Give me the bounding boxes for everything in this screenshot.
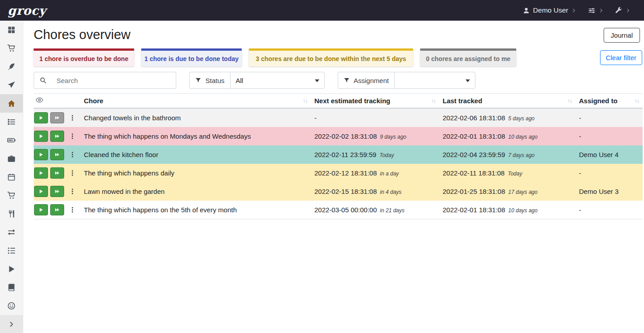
sidebar-item-purchase[interactable]: [0, 186, 23, 205]
row-menu-button[interactable]: [68, 187, 77, 196]
next-tracking-value: 2022-02-12 18:31:08: [314, 169, 377, 177]
chore-row[interactable]: Changed towels in the bathroom - 2022-02…: [34, 108, 643, 127]
last-tracked-relative: 10 days ago: [508, 134, 537, 140]
shopping-cart-icon: [7, 191, 16, 200]
column-header-assigned-label: Assigned to: [579, 97, 618, 105]
filter-card-due-today[interactable]: 1 chore is due to be done today: [141, 48, 242, 66]
battery-icon: [7, 136, 16, 145]
column-header-next-tracking[interactable]: Next estimated tracking↑↓: [311, 94, 439, 109]
play-icon: [39, 207, 44, 212]
sidebar-item-overview[interactable]: [0, 21, 23, 39]
caret-down-icon: [315, 79, 319, 82]
sidebar-item-transfer[interactable]: [0, 223, 23, 241]
chevron-right-icon: [626, 8, 631, 13]
sidebar-item-batteries[interactable]: [0, 131, 23, 149]
sliders-icon: [588, 7, 596, 14]
track-execution-button[interactable]: [34, 204, 48, 215]
sidebar-item-shopping-list[interactable]: [0, 39, 23, 57]
chore-name: Lawn mowed in the garden: [84, 188, 165, 195]
next-tracking-value: 2022-02-02 18:31:08: [314, 132, 377, 140]
sidebar-item-chores[interactable]: [0, 94, 23, 113]
status-select[interactable]: All: [230, 72, 325, 89]
filter-card-due-soon[interactable]: 3 chores are due to be done within the n…: [249, 48, 413, 66]
next-tracking-value: 2022-02-15 18:31:08: [314, 188, 377, 195]
settings-menu[interactable]: [588, 7, 604, 14]
main-content: Chores overview Journal 1 chore is overd…: [23, 21, 644, 219]
last-tracked-relative: 17 days ago: [508, 189, 537, 195]
sidebar-collapse-toggle[interactable]: [0, 315, 23, 333]
next-tracking-value: 2022-03-05 00:00:00: [314, 206, 377, 214]
book-icon: [7, 283, 16, 292]
filters-row: Status All Assignment: [34, 72, 643, 89]
column-header-chore-label: Chore: [84, 97, 103, 105]
last-tracked-value: 2022-02-11 18:31:08: [443, 169, 505, 177]
fast-forward-icon: [55, 207, 60, 212]
column-header-last-tracked[interactable]: Last tracked↑↓: [439, 94, 575, 109]
sidebar-item-meal-plan[interactable]: [0, 76, 23, 94]
grocy-logo[interactable]: grocy: [8, 4, 46, 18]
skip-execution-button[interactable]: [50, 204, 64, 215]
user-menu[interactable]: Demo User: [522, 6, 576, 14]
clear-filter-button[interactable]: Clear filter: [600, 50, 642, 65]
chore-row[interactable]: Lawn mowed in the garden 2022-02-15 18:3…: [34, 182, 643, 201]
fast-forward-icon: [55, 152, 60, 157]
chore-name: The thing which happens on Mondays and W…: [84, 132, 251, 140]
last-tracked-relative: 10 days ago: [508, 207, 537, 214]
skip-execution-button[interactable]: [50, 167, 64, 179]
column-header-assigned-to[interactable]: Assigned to↑↓: [575, 94, 643, 109]
sort-icon: ↑↓: [635, 98, 639, 104]
chore-name: The thing which happens daily: [84, 169, 174, 177]
assigned-to-value: Demo User 4: [579, 151, 618, 158]
page-title: Chores overview: [34, 26, 131, 43]
filter-card-assigned-to-me[interactable]: 0 chores are assigned to me: [420, 48, 516, 66]
assigned-to-value: -: [579, 114, 581, 122]
sidebar-item-consume[interactable]: [0, 205, 23, 223]
column-header-next-label: Next estimated tracking: [314, 97, 390, 105]
chore-row[interactable]: The thing which happens on the 5th of ev…: [34, 201, 643, 219]
track-execution-button[interactable]: [34, 167, 48, 179]
sidebar-item-journal[interactable]: [0, 278, 23, 297]
skip-execution-button[interactable]: [50, 112, 64, 123]
skip-execution-button[interactable]: [50, 149, 64, 160]
row-menu-button[interactable]: [68, 169, 77, 177]
utensils-icon: [7, 210, 16, 218]
track-execution-button[interactable]: [34, 112, 48, 123]
track-execution-button[interactable]: [34, 186, 48, 197]
sidebar-item-inventory[interactable]: [0, 241, 23, 260]
sidebar-item-calendar[interactable]: [0, 168, 23, 186]
column-header-chore[interactable]: Chore↑↓: [80, 94, 311, 109]
chore-row[interactable]: The thing which happens on Mondays and W…: [34, 127, 643, 145]
next-tracking-relative: 9 days ago: [380, 134, 406, 140]
row-menu-button[interactable]: [68, 206, 77, 214]
assigned-to-value: Demo User 3: [579, 188, 618, 195]
fast-forward-icon: [55, 171, 60, 175]
row-menu-button[interactable]: [68, 132, 77, 140]
paper-plane-icon: [7, 81, 16, 89]
sidebar-item-user-settings[interactable]: [0, 297, 23, 315]
chore-row[interactable]: Cleaned the kitchen floor 2022-02-11 23:…: [34, 145, 643, 164]
search-icon: [39, 77, 47, 84]
assignment-select[interactable]: [394, 72, 475, 89]
journal-button[interactable]: Journal: [604, 28, 640, 43]
column-header-actions: [34, 94, 80, 109]
skip-execution-button[interactable]: [50, 131, 64, 142]
filter-card-due-soon-label: 3 chores are due to be done within the n…: [256, 55, 406, 62]
admin-menu[interactable]: [615, 7, 631, 14]
sidebar-item-chore-tracking[interactable]: [0, 260, 23, 278]
row-menu-button[interactable]: [68, 150, 77, 159]
skip-execution-button[interactable]: [50, 186, 64, 197]
next-tracking-relative: in 21 days: [380, 207, 405, 214]
sidebar-item-tasks[interactable]: [0, 113, 23, 131]
search-input[interactable]: [52, 72, 176, 89]
sidebar-item-equipment[interactable]: [0, 149, 23, 168]
row-menu-button[interactable]: [68, 114, 77, 122]
track-execution-button[interactable]: [34, 149, 48, 160]
filter-card-overdue[interactable]: 1 chore is overdue to be done: [34, 48, 134, 66]
list-bullets-icon: [7, 246, 16, 255]
track-execution-button[interactable]: [34, 131, 48, 142]
eye-icon[interactable]: [35, 96, 44, 104]
sidebar-item-recipes[interactable]: [0, 57, 23, 76]
chore-row[interactable]: The thing which happens daily 2022-02-12…: [34, 164, 643, 182]
next-tracking-value: 2022-02-11 23:59:59: [314, 151, 376, 158]
fast-forward-icon: [55, 134, 60, 139]
